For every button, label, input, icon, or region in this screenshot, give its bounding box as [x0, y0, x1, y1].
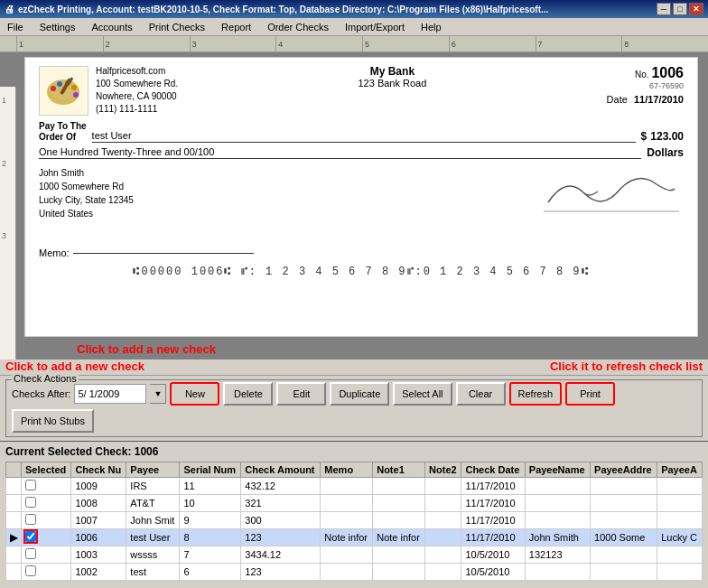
row-payee-addr: [591, 495, 657, 512]
table-row[interactable]: ▶ 1006 test User 8 123 Note infor Note i…: [6, 529, 703, 546]
row-payee-addr: [591, 546, 657, 564]
row-checkbox[interactable]: [25, 480, 36, 490]
menu-order-checks[interactable]: Order Checks: [264, 21, 332, 33]
row-serial: 11: [180, 478, 241, 495]
menu-import-export[interactable]: Import/Export: [341, 21, 408, 33]
row-payee-addr: [591, 478, 657, 495]
row-payee-a: Lucky C: [657, 529, 703, 546]
table-row[interactable]: 1007 John Smit 9 300 11/17/2010: [6, 512, 703, 529]
ruler-mark-8: 8: [621, 36, 708, 51]
svg-point-3: [57, 81, 62, 87]
duplicate-button[interactable]: Duplicate: [330, 382, 389, 406]
print-button[interactable]: Print: [565, 382, 615, 406]
hints-row: Click to add a new check Click it to ref…: [0, 359, 708, 375]
refresh-hint-text: Click it to refresh check list: [550, 359, 703, 373]
row-payee-a: [657, 495, 703, 512]
check-paper: Halfpricesoft.com 100 Somewhere Rd. Nowh…: [24, 57, 698, 337]
row-payee: test: [126, 564, 180, 581]
col-note1: Note1: [373, 462, 425, 478]
row-selected-cell[interactable]: [22, 564, 71, 581]
title-bar-left: 🖨 ezCheck Printing, Account: testBK2010-…: [5, 4, 548, 14]
addr-line1: John Smith: [39, 166, 254, 180]
row-serial: 7: [180, 546, 241, 564]
col-selected: Selected: [22, 462, 71, 478]
minimize-button[interactable]: ─: [657, 3, 671, 15]
row-payee-name: [525, 495, 590, 512]
table-row[interactable]: 1009 IRS 11 432.12 11/17/2010: [6, 478, 703, 495]
signature-area: [458, 166, 684, 258]
company-info: Halfpricesoft.com 100 Somewhere Rd. Nowh…: [96, 65, 178, 116]
close-button[interactable]: ✕: [689, 3, 703, 15]
col-date: Check Date: [461, 462, 525, 478]
menu-settings[interactable]: Settings: [36, 21, 79, 33]
row-memo: Note infor: [321, 529, 373, 546]
print-no-stubs-button[interactable]: Print No Stubs: [12, 409, 94, 433]
row-selected-cell[interactable]: [22, 478, 71, 495]
row-selected-cell[interactable]: [22, 546, 71, 564]
row-checkbox[interactable]: [25, 565, 36, 576]
row-note1: [373, 546, 425, 564]
group-label: Check Actions: [12, 373, 79, 384]
menu-accounts[interactable]: Accounts: [88, 21, 135, 33]
company-logo: [39, 66, 88, 116]
menu-print-checks[interactable]: Print Checks: [145, 21, 209, 33]
row-payee-name: [525, 512, 590, 529]
row-payee-a: [657, 512, 703, 529]
memo-underline: [73, 253, 254, 254]
col-payee-addr: PayeeAddre: [591, 462, 657, 478]
date-filter-input[interactable]: [74, 384, 146, 404]
maximize-button[interactable]: □: [673, 3, 687, 15]
title-bar-buttons[interactable]: ─ □ ✕: [657, 3, 703, 15]
row-serial: 8: [180, 529, 241, 546]
row-note2: [425, 546, 461, 564]
row-date: 11/17/2010: [461, 495, 525, 512]
date-dropdown-button[interactable]: ▼: [150, 384, 166, 404]
ruler-mark-5: 5: [362, 36, 449, 51]
company-address1: 100 Somewhere Rd.: [96, 78, 178, 90]
table-body: 1009 IRS 11 432.12 11/17/2010 1008: [6, 478, 703, 581]
row-check-num: 1009: [71, 478, 126, 495]
row-payee-addr: [591, 512, 657, 529]
row-memo: [321, 478, 373, 495]
date-label: Date: [607, 94, 628, 105]
address-box: John Smith 1000 Somewhere Rd Lucky City,…: [39, 166, 254, 220]
row-checkbox[interactable]: [25, 548, 36, 559]
ruler-mark-6: 6: [449, 36, 536, 51]
company-name: Halfpricesoft.com: [96, 65, 178, 78]
row-selected-cell[interactable]: [22, 495, 71, 512]
dollars-label: Dollars: [647, 146, 684, 159]
table-row[interactable]: 1008 AT&T 10 321 11/17/2010: [6, 495, 703, 512]
row-checkbox[interactable]: [25, 514, 36, 525]
row-payee: AT&T: [126, 495, 180, 512]
edit-button[interactable]: Edit: [276, 382, 326, 406]
row-checkbox[interactable]: [25, 497, 36, 508]
refresh-button[interactable]: Refresh: [509, 382, 563, 406]
menu-report[interactable]: Report: [218, 21, 255, 33]
row-note1: [373, 495, 425, 512]
menu-file[interactable]: File: [4, 21, 27, 33]
clear-button[interactable]: Clear: [456, 382, 506, 406]
select-all-button[interactable]: Select All: [393, 382, 452, 406]
bottom-hint: Select the checks that you want to print: [0, 584, 708, 588]
row-checkbox[interactable]: [25, 531, 36, 542]
current-check-label: Current Selected Check: 1006: [5, 445, 703, 458]
row-note1: [373, 478, 425, 495]
delete-button[interactable]: Delete: [223, 382, 273, 406]
row-date: 10/5/2010: [461, 546, 525, 564]
menu-help[interactable]: Help: [417, 21, 445, 33]
check-preview-area: 1 2 3: [0, 52, 708, 359]
addr-line4: United States: [39, 207, 254, 220]
table-row[interactable]: 1002 test 6 123 10/5/2010: [6, 564, 703, 581]
table-container[interactable]: Selected Check Nu Payee Serial Num Check…: [5, 462, 703, 581]
table-row[interactable]: 1003 wssss 7 3434.12 10/5/2010 132123: [6, 546, 703, 564]
row-selected-cell[interactable]: [22, 529, 71, 546]
row-arrow-cell: [6, 546, 22, 564]
check-no-label: No.: [635, 70, 649, 79]
row-selected-cell[interactable]: [22, 512, 71, 529]
col-amount: Check Amount: [241, 462, 321, 478]
new-button[interactable]: New: [170, 382, 219, 406]
bank-info: My Bank 123 Bank Road: [358, 65, 426, 89]
row-note2: [425, 529, 461, 546]
table-area: Current Selected Check: 1006 Selected Ch…: [0, 441, 708, 584]
row-amount: 321: [241, 495, 321, 512]
